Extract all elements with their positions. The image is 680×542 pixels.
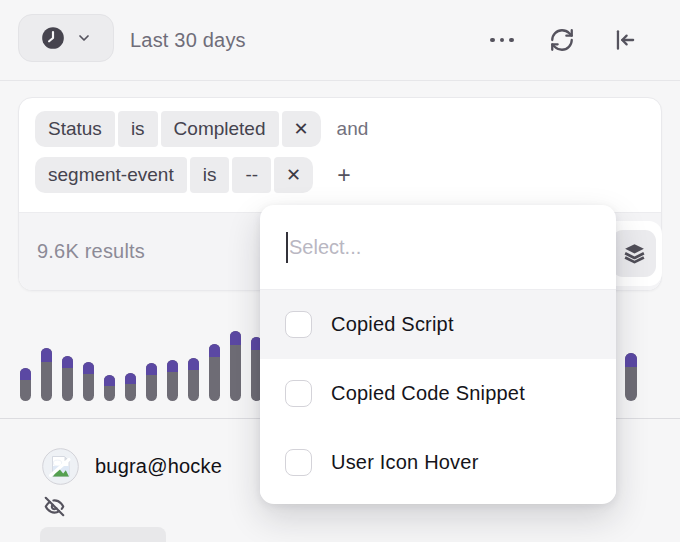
refresh-icon xyxy=(549,27,575,53)
remove-filter-button[interactable]: ✕ xyxy=(274,157,313,193)
chart-bar-cap xyxy=(167,360,178,372)
ellipsis-icon xyxy=(490,38,514,43)
dropdown-option-user-icon-hover[interactable]: User Icon Hover xyxy=(260,428,616,497)
analytics-panel: Last 30 days xyxy=(0,0,680,542)
chart-bar-cap xyxy=(62,356,73,368)
filter-field[interactable]: Status xyxy=(35,111,115,147)
more-button[interactable] xyxy=(484,22,520,58)
add-filter-button[interactable]: + xyxy=(337,165,350,185)
chart-bar-cap xyxy=(125,373,136,384)
chart-bar xyxy=(230,331,241,401)
option-label: User Icon Hover xyxy=(331,451,479,474)
image-placeholder-avatar xyxy=(42,448,79,485)
skeleton-bar xyxy=(40,527,166,542)
filter-rule-row: Status is Completed ✕ and xyxy=(35,111,368,147)
time-range-button[interactable] xyxy=(18,14,114,62)
select-input[interactable] xyxy=(289,205,589,289)
filter-rule-segment-event: segment-event is -- ✕ xyxy=(35,157,313,193)
header: Last 30 days xyxy=(0,0,680,81)
collapse-left-icon xyxy=(612,27,638,53)
chart-bar xyxy=(41,348,52,401)
chart-bar xyxy=(625,353,637,401)
filter-rule-status: Status is Completed ✕ xyxy=(35,111,321,147)
layers-icon xyxy=(622,241,647,266)
event-select-dropdown: Copied Script Copied Code Snippet User I… xyxy=(260,205,616,504)
eye-slash-icon xyxy=(44,496,65,517)
chart-bar-cap xyxy=(20,368,31,380)
dropdown-option-copied-script[interactable]: Copied Script xyxy=(260,290,616,359)
results-count: 9.6K results xyxy=(37,240,145,263)
user-row[interactable]: bugra@hocke xyxy=(42,448,222,485)
checkbox[interactable] xyxy=(285,449,312,476)
filter-operator[interactable]: is xyxy=(118,111,158,147)
filter-field[interactable]: segment-event xyxy=(35,157,187,193)
chart-bar-cap xyxy=(625,353,637,367)
conjunction-toggle[interactable]: and xyxy=(337,118,369,140)
chart-bar-cap xyxy=(146,363,157,375)
dropdown-option-copied-code-snippet[interactable]: Copied Code Snippet xyxy=(260,359,616,428)
chart-bar xyxy=(146,363,157,401)
option-label: Copied Code Snippet xyxy=(331,382,525,405)
chart-bar xyxy=(209,344,220,401)
clock-icon xyxy=(40,25,66,51)
filter-rule-row: segment-event is -- ✕ + xyxy=(35,157,351,193)
chart-bar xyxy=(104,375,115,401)
refresh-button[interactable] xyxy=(544,22,580,58)
chart-bar xyxy=(62,356,73,401)
chart-bar xyxy=(188,358,199,401)
chart-bar xyxy=(125,373,136,401)
chart-bar xyxy=(83,362,94,401)
filter-value[interactable]: -- xyxy=(232,157,271,193)
collapse-panel-button[interactable] xyxy=(607,22,643,58)
text-caret xyxy=(286,232,288,263)
chevron-down-icon xyxy=(76,30,92,46)
checkbox[interactable] xyxy=(285,380,312,407)
chart-bar-cap xyxy=(209,344,220,357)
remove-filter-button[interactable]: ✕ xyxy=(282,111,321,147)
time-range-label: Last 30 days xyxy=(130,0,246,81)
chart-bar-cap xyxy=(230,331,241,345)
user-email[interactable]: bugra@hocke xyxy=(95,455,222,478)
filter-operator[interactable]: is xyxy=(190,157,230,193)
filter-value[interactable]: Completed xyxy=(161,111,279,147)
layers-button[interactable] xyxy=(612,230,656,277)
select-input-wrap xyxy=(260,205,616,289)
checkbox[interactable] xyxy=(285,311,312,338)
chart-bar-cap xyxy=(104,375,115,386)
chart-bar-cap xyxy=(41,348,52,362)
chart-bar-cap xyxy=(188,358,199,370)
chart-bar xyxy=(20,368,31,401)
chart-bar-cap xyxy=(83,362,94,374)
chart-bar xyxy=(167,360,178,401)
option-label: Copied Script xyxy=(331,313,454,336)
hide-user-button[interactable] xyxy=(42,494,66,518)
